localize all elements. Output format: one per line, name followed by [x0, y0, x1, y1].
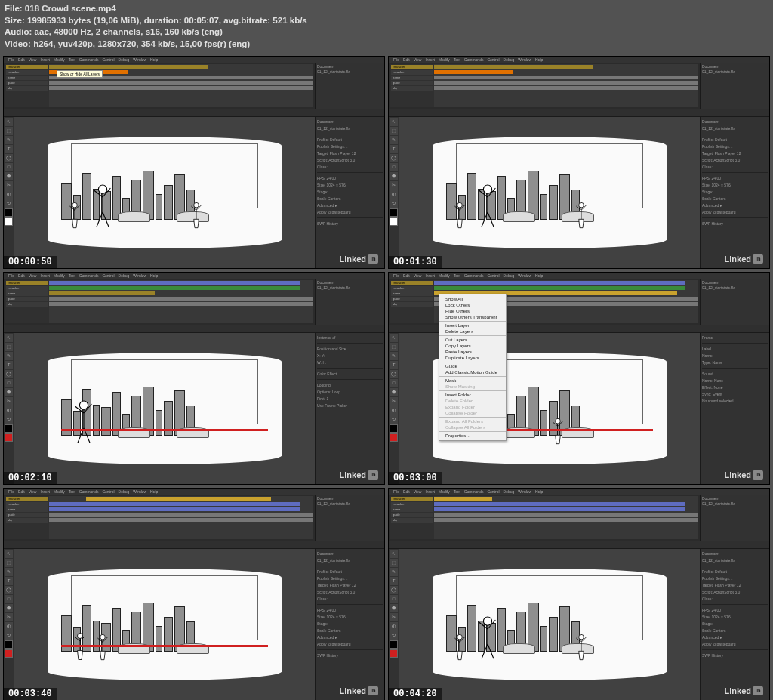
menu-item[interactable]: Control	[102, 57, 114, 62]
fill-swatch[interactable]	[5, 649, 13, 658]
tool-button[interactable]: □	[390, 595, 398, 603]
fill-swatch[interactable]	[5, 433, 13, 442]
timeline-layer[interactable]: sky	[6, 302, 48, 307]
context-menu-item[interactable]: Paste Layers	[439, 349, 506, 355]
tool-button[interactable]: ⟲	[390, 415, 398, 424]
menu-item[interactable]: Edit	[18, 489, 25, 494]
tools-panel[interactable]: ↖⬚✎T◯□⬟✂◐⟲	[4, 117, 14, 268]
tool-button[interactable]: ⬟	[390, 388, 398, 396]
menu-item[interactable]: File	[8, 57, 14, 62]
context-menu-item[interactable]: Lock Others	[439, 302, 506, 308]
menu-item[interactable]: Modify	[54, 489, 65, 494]
menu-item[interactable]: Debug	[504, 273, 515, 278]
tool-button[interactable]: ✎	[390, 568, 398, 576]
app-menubar[interactable]: FileEditViewInsertModifyTextCommandsCont…	[389, 489, 769, 495]
timeline-panel[interactable]: charactercrowd-mframeguidesky	[389, 495, 700, 541]
menu-item[interactable]: Insert	[425, 57, 435, 62]
context-menu-item[interactable]: Cut Layers	[439, 337, 506, 343]
menu-item[interactable]: Modify	[439, 57, 450, 62]
tool-button[interactable]: T	[5, 361, 13, 369]
context-menu-item[interactable]: Insert Layer	[439, 322, 506, 328]
timeline-layer[interactable]: sky	[391, 302, 433, 307]
menu-item[interactable]: Commands	[79, 273, 99, 278]
app-menubar[interactable]: FileEditViewInsertModifyTextCommandsCont…	[389, 57, 769, 63]
timeline-layer[interactable]: frame	[6, 76, 48, 80]
properties-panel[interactable]: Instance of Position and Size X: Y: W: H…	[315, 333, 384, 484]
timeline-panel[interactable]: charactercrowd-mframeguidesky	[4, 63, 315, 109]
context-menu-item[interactable]: Add Classic Motion Guide	[439, 369, 506, 375]
stroke-swatch[interactable]	[5, 640, 13, 649]
context-menu-item[interactable]: Show Others Transparent	[439, 314, 506, 320]
tool-button[interactable]: ◐	[390, 622, 398, 631]
timeline-layer[interactable]: character	[6, 281, 48, 285]
timeline-layer[interactable]: frame	[6, 507, 48, 512]
edit-bar[interactable]	[4, 109, 384, 117]
timeline-layer[interactable]: frame	[391, 507, 433, 512]
tool-button[interactable]: ⬟	[5, 604, 13, 612]
context-menu-item[interactable]: Show Masking	[439, 384, 506, 390]
timeline-layer[interactable]: sky	[391, 86, 433, 91]
context-menu-item[interactable]: Insert Folder	[439, 392, 506, 398]
timeline-layer[interactable]: guide	[6, 81, 48, 85]
tool-button[interactable]: ◐	[5, 406, 13, 415]
edit-bar[interactable]	[389, 541, 769, 549]
tool-button[interactable]: ↖	[5, 334, 13, 342]
tool-button[interactable]: ✎	[5, 352, 13, 360]
menu-item[interactable]: Text	[69, 57, 75, 62]
tool-button[interactable]: ✂	[390, 613, 398, 621]
menu-item[interactable]: Insert	[40, 489, 50, 494]
tool-button[interactable]: ◯	[390, 370, 398, 378]
tool-button[interactable]: ✂	[390, 181, 398, 190]
context-menu-item[interactable]: Mask	[439, 378, 506, 384]
tool-button[interactable]: ✂	[390, 397, 398, 406]
tool-button[interactable]: ✂	[5, 181, 13, 190]
menu-item[interactable]: Debug	[504, 57, 515, 62]
tool-button[interactable]: ◐	[390, 190, 398, 199]
menu-item[interactable]: Edit	[403, 273, 410, 278]
menu-item[interactable]: Window	[133, 273, 146, 278]
tool-button[interactable]: ⬟	[5, 172, 13, 180]
timeline-layer[interactable]: crowd-m	[391, 70, 433, 75]
app-menubar[interactable]: FileEditViewInsertModifyTextCommandsCont…	[389, 273, 769, 279]
tool-button[interactable]: □	[5, 163, 13, 171]
tool-button[interactable]: ◐	[390, 406, 398, 415]
properties-panel[interactable]: Document 01_12_startstate.fla Profile: D…	[315, 117, 384, 268]
menu-item[interactable]: File	[8, 489, 14, 494]
stage-area[interactable]	[14, 117, 315, 268]
menu-item[interactable]: View	[414, 273, 422, 278]
menu-item[interactable]: View	[29, 489, 37, 494]
menu-item[interactable]: Help	[535, 57, 543, 62]
timeline-panel[interactable]: charactercrowd-mframeguidesky	[389, 279, 700, 325]
menu-item[interactable]: Insert	[40, 57, 50, 62]
menu-item[interactable]: Insert	[40, 273, 50, 278]
menu-item[interactable]: Window	[133, 489, 146, 494]
tool-button[interactable]: ⬚	[5, 343, 13, 351]
tool-button[interactable]: ◯	[5, 370, 13, 378]
properties-panel[interactable]: Document 01_12_startstate.fla Profile: D…	[315, 549, 384, 700]
timeline-layer[interactable]: sky	[391, 518, 433, 523]
tool-button[interactable]: ◐	[5, 622, 13, 631]
fill-swatch[interactable]	[5, 217, 13, 226]
context-menu-item[interactable]: Expand Folder	[439, 404, 506, 410]
tool-button[interactable]: ◯	[5, 154, 13, 162]
menu-item[interactable]: Debug	[119, 57, 130, 62]
stage[interactable]	[48, 569, 282, 680]
tool-button[interactable]: ✎	[390, 352, 398, 360]
context-menu-item[interactable]: Collapse All Folders	[439, 424, 506, 430]
tool-button[interactable]: ◯	[390, 586, 398, 594]
tool-button[interactable]: T	[390, 577, 398, 585]
tool-button[interactable]: ✂	[5, 397, 13, 406]
tool-button[interactable]: ⬚	[5, 559, 13, 567]
menu-item[interactable]: Modify	[54, 57, 65, 62]
context-menu-item[interactable]: Guide	[439, 363, 506, 369]
timeline-panel[interactable]: charactercrowd-mframeguidesky	[4, 495, 315, 541]
timeline-layer[interactable]: character	[391, 65, 433, 69]
tool-button[interactable]: □	[390, 163, 398, 171]
properties-panel[interactable]: Frame Label Name: Type: Name Sound Name:…	[700, 333, 769, 484]
tool-button[interactable]: ⟲	[390, 631, 398, 640]
context-menu-item[interactable]: Collapse Folder	[439, 410, 506, 416]
menu-item[interactable]: Control	[487, 273, 499, 278]
tool-button[interactable]: ⬚	[390, 559, 398, 567]
menu-item[interactable]: View	[414, 489, 422, 494]
stage-area[interactable]	[399, 117, 700, 268]
